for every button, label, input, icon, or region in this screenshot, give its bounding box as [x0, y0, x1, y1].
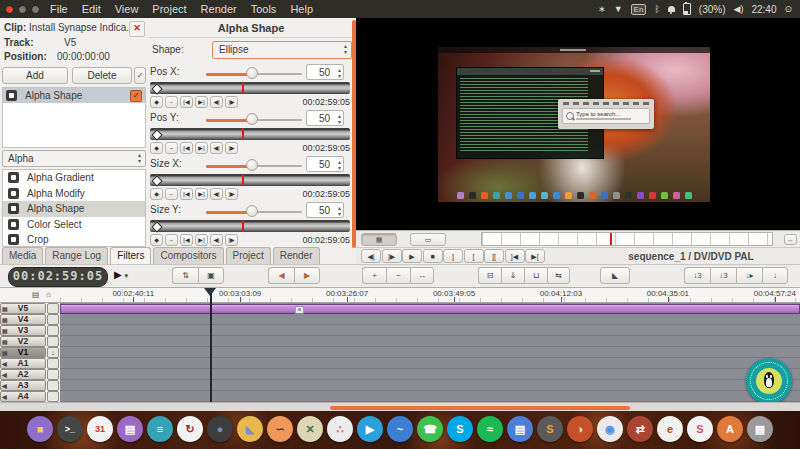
keyframe-strip[interactable]: [150, 220, 350, 232]
spinner-arrows-icon[interactable]: ▴▾: [338, 67, 341, 79]
tab-filters[interactable]: Filters: [110, 247, 151, 264]
menu-tools[interactable]: Tools: [251, 3, 277, 15]
terminal-icon[interactable]: >_: [57, 416, 83, 442]
track-header-v1[interactable]: V1▤↓: [0, 347, 60, 358]
tab-render[interactable]: Render: [273, 247, 320, 264]
paper-icon[interactable]: ▤: [507, 416, 533, 442]
track-name-button[interactable]: A4◀: [0, 391, 46, 402]
filter-list-item[interactable]: Alpha Modify: [3, 186, 145, 202]
track-name-button[interactable]: A1◀: [0, 358, 46, 369]
splice-out-button[interactable]: ⇓: [501, 267, 524, 284]
keyframe-diamond-icon[interactable]: [151, 175, 162, 186]
track-header-a1[interactable]: A1◀: [0, 358, 60, 369]
clip-view-button[interactable]: ▭: [410, 233, 446, 246]
weather-icon[interactable]: ◣: [237, 416, 263, 442]
delete-keyframe-button[interactable]: −: [165, 234, 178, 246]
track-active-toggle[interactable]: [47, 303, 59, 314]
filter-list-item[interactable]: Alpha Gradient: [3, 170, 145, 186]
delete-keyframe-button[interactable]: −: [165, 188, 178, 200]
next-frame-button[interactable]: |▶: [225, 188, 238, 200]
skype-icon[interactable]: S: [447, 416, 473, 442]
add-keyframe-button[interactable]: ◆: [150, 96, 163, 108]
zoom-in-button[interactable]: +: [362, 267, 386, 284]
track-active-toggle[interactable]: [47, 358, 59, 369]
thumbnail-button[interactable]: ▣: [198, 267, 224, 284]
prev-frame-button[interactable]: ◀|: [210, 96, 223, 108]
menu-edit[interactable]: Edit: [82, 3, 101, 15]
session-menu-icon[interactable]: ⊙: [784, 4, 792, 14]
add-filter-button[interactable]: Add: [2, 67, 68, 84]
tab-range-log[interactable]: Range Log: [45, 247, 108, 264]
prev-keyframe-button[interactable]: [◀: [180, 96, 193, 108]
maximize-window-button[interactable]: [31, 5, 40, 14]
menu-render[interactable]: Render: [201, 3, 237, 15]
filter-enabled-checkbox[interactable]: ✓: [130, 90, 142, 102]
mark-out-button[interactable]: [: [464, 249, 484, 263]
text-editor-icon[interactable]: ≡: [147, 416, 173, 442]
prev-keyframe-button[interactable]: [◀: [180, 234, 193, 246]
firefox-icon[interactable]: ◑: [567, 416, 593, 442]
slider-knob[interactable]: [246, 67, 258, 79]
files-icon[interactable]: ■: [27, 416, 53, 442]
clock[interactable]: 22:40: [751, 4, 776, 15]
wifi-icon[interactable]: ▼: [614, 4, 623, 14]
playhead-marker[interactable]: [204, 288, 216, 296]
pet-icon[interactable]: ∽: [267, 416, 293, 442]
menu-file[interactable]: File: [50, 3, 68, 15]
clear-marks-button[interactable]: ][: [484, 249, 504, 263]
slider-knob[interactable]: [246, 113, 258, 125]
slider-knob[interactable]: [246, 205, 258, 217]
tab-compositors[interactable]: Compositors: [153, 247, 223, 264]
track-header-v2[interactable]: V2▤: [0, 336, 60, 347]
cut-button[interactable]: ⊟: [478, 267, 501, 284]
spinner-arrows-icon[interactable]: ▴▾: [338, 159, 341, 171]
timeline-view-button[interactable]: ▦: [361, 233, 397, 246]
menu-view[interactable]: View: [115, 3, 139, 15]
track-active-toggle[interactable]: [47, 325, 59, 336]
activity-icon[interactable]: ~: [387, 416, 413, 442]
slider-knob[interactable]: [246, 159, 258, 171]
audio-levels-button[interactable]: ⇅: [172, 267, 198, 284]
keyframe-diamond-icon[interactable]: [151, 221, 162, 232]
notifications-icon[interactable]: [668, 6, 675, 12]
timeline-scrollbar-thumb[interactable]: [330, 406, 630, 410]
toggle-all-filters-button[interactable]: ✓: [134, 67, 146, 84]
filter-list-item[interactable]: Alpha Shape: [3, 201, 145, 217]
track-active-toggle[interactable]: [47, 391, 59, 402]
prev-frame-button[interactable]: ◀|: [210, 188, 223, 200]
evince-icon[interactable]: e: [657, 416, 683, 442]
track-lane-a4[interactable]: [60, 391, 800, 402]
close-window-button[interactable]: [5, 5, 14, 14]
lift-button[interactable]: ⊔: [524, 267, 547, 284]
tab-media[interactable]: Media: [2, 247, 43, 264]
monitor-scrub-bar[interactable]: [481, 232, 773, 246]
value-spinbox[interactable]: 50▴▾: [306, 110, 344, 126]
indicator-icon[interactable]: ∗: [598, 4, 606, 14]
track-header-a3[interactable]: A3◀: [0, 380, 60, 391]
value-spinbox[interactable]: 50▴▾: [306, 64, 344, 80]
keyframe-diamond-icon[interactable]: [151, 129, 162, 140]
tab-project[interactable]: Project: [226, 247, 271, 264]
track-header-v5[interactable]: V5▤: [0, 303, 60, 314]
playhead-line[interactable]: [210, 288, 212, 402]
next-edit-button[interactable]: ▶: [294, 267, 320, 284]
track-lane-v5[interactable]: [60, 303, 800, 314]
video-editor-icon[interactable]: ▦: [747, 416, 773, 442]
sync-icon[interactable]: ↻: [177, 416, 203, 442]
filter-list-item[interactable]: Crop: [3, 232, 145, 247]
track-lane-v1[interactable]: [60, 347, 800, 358]
menu-project[interactable]: Project: [152, 3, 186, 15]
next-keyframe-button[interactable]: ▶]: [195, 234, 208, 246]
keyframe-diamond-icon[interactable]: [151, 83, 162, 94]
overwrite-3-button[interactable]: ↓3: [684, 267, 710, 284]
zoom-out-button[interactable]: −: [386, 267, 410, 284]
minimize-window-button[interactable]: [18, 5, 27, 14]
software-store-icon[interactable]: A: [717, 416, 743, 442]
track-active-toggle[interactable]: ↓: [47, 347, 59, 358]
active-filter-row[interactable]: Alpha Shape✓: [3, 88, 145, 103]
edit-tool-select[interactable]: ▶ ▾: [114, 269, 128, 280]
zoom-fit-button[interactable]: ↔: [410, 267, 434, 284]
track-header-v4[interactable]: V4▤: [0, 314, 60, 325]
value-spinbox[interactable]: 50▴▾: [306, 202, 344, 218]
track-lane-a2[interactable]: [60, 369, 800, 380]
